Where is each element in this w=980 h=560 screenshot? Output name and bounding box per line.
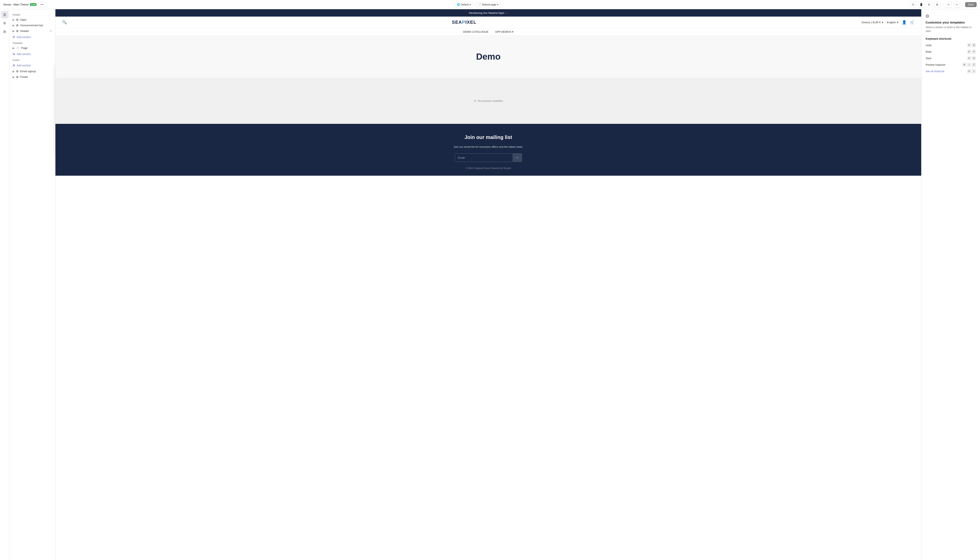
theme-chevron-icon: ▾ [470,3,471,6]
panel-item-footer[interactable]: ▶ ⊞ Footer [9,74,55,80]
kbd-slash: / [972,69,976,73]
search-nav-icon[interactable]: 🔍 [62,20,67,25]
language-chevron: ▾ [897,21,898,24]
email-icon: ⊞ [16,70,18,73]
page-expand-icon: ▶ [13,47,15,50]
page-chevron-icon: ▾ [497,3,498,6]
nav-demo-catalogue[interactable]: DEMO CATALOGUE [463,30,488,33]
sidebar-sections-button[interactable]: ☰ [1,11,8,18]
announcement-icon: ⊞ [16,24,18,27]
shortcut-undo-keys: ⌘ Z [967,43,976,47]
header-expand-icon: ▶ [13,30,15,33]
undo-button[interactable]: ↩ [945,2,952,8]
account-icon[interactable]: 👤 [902,20,907,25]
kbd-i: I [972,63,976,67]
topbar-center: 🌐 Default ▾ 📄 Default page ▾ [455,2,501,7]
topbar-separator [943,3,943,7]
shortcut-see-all-keys: ⌘ / [967,69,976,73]
store-nav-bar: 🔍 SEAPIXEL Greece | EUR € ▾ English ▾ 👤 … [55,17,921,28]
shortcuts-title: Keyboard shortcuts [926,37,976,40]
panel-item-apps[interactable]: ▶ ⊞ Apps [9,17,55,22]
preview-frame: Introducing Our Newest Apps → 🔍 SEAPIXEL… [55,9,921,560]
shortcut-see-all: See all shortcuts ⌘ / [926,69,976,73]
sidebar-settings-button[interactable]: ⚙ [1,19,8,27]
right-panel-subtitle: Select a section or block in the sidebar… [926,25,976,33]
cart-icon[interactable]: 🛒 [910,20,915,25]
footer-email-submit-button[interactable]: → [512,153,522,162]
nav-app-demos[interactable]: APP DEMOS [495,30,514,33]
page-icon: 📄 [16,47,20,50]
no-preview-area: ⊡ No preview available [55,78,921,124]
footer-section-label: Footer [9,57,55,62]
footer-add-section-button[interactable]: ⊕ Add section [9,62,55,68]
redo-button[interactable]: ↪ [953,2,960,8]
kbd-s: S [972,56,976,60]
topbar: Sense - Main Theme Live ••• 🌐 Default ▾ … [0,0,980,9]
devices-icon-button[interactable]: ⊡ [910,2,917,8]
footer-subtitle: Join our email list for exclusive offers… [453,145,523,148]
default-theme-button[interactable]: 🌐 Default ▾ [455,2,473,7]
kbd-cmd: ⌘ [962,63,967,67]
kbd-z: Z [972,43,976,47]
header-eye-icon[interactable]: 👁 [50,30,52,32]
announcement-text: Introducing Our Newest Apps → [469,11,508,15]
footer-item-label: Footer [20,75,28,78]
apps-label: Apps [20,18,27,21]
template-add-label: Add section [17,52,31,56]
locale-selector[interactable]: Greece | EUR € ▾ [862,21,883,24]
main-preview: Introducing Our Newest Apps → 🔍 SEAPIXEL… [55,9,921,560]
shortcut-save-label: Save [926,57,931,60]
default-page-button[interactable]: 📄 Default page ▾ [476,2,501,7]
right-panel: ⊙ Customize your templates Select a sect… [921,9,980,560]
page-doc-icon: 📄 [478,3,481,6]
tablet-icon-button[interactable]: ⊟ [926,2,932,8]
nav-right: Greece | EUR € ▾ English ▾ 👤 🛒 [862,20,915,25]
no-preview-icon: ⊡ [474,99,476,102]
panel-item-header[interactable]: ▶ ⊞ Header 👁 [9,28,55,34]
email-label: Email signup [20,70,36,73]
store-logo: SEAPIXEL [452,20,477,25]
footer-email-input[interactable] [455,153,512,162]
panel-item-page[interactable]: ▶ 📄 Page [9,45,55,51]
right-panel-title: Customize your templates [926,20,976,24]
right-panel-header: ⊙ Customize your templates Select a sect… [926,13,976,33]
footer-add-label: Add section [17,64,31,67]
shortcut-preview-keys: ⌘ ⇧ I [962,63,976,67]
locale-chevron: ▾ [882,21,883,24]
page-item-label: Page [21,47,28,50]
panel-item-email-signup[interactable]: ▶ ⊞ Email signup [9,68,55,74]
header-icon: ⊞ [16,29,18,33]
topbar-left: Sense - Main Theme Live ••• [3,2,45,8]
see-all-shortcuts-link[interactable]: See all shortcuts [926,70,944,73]
sidebar-apps-button[interactable]: ⊞ [1,28,8,35]
kbd-cmd: ⌘ [967,69,971,73]
main-layout: ☰ ⚙ ⊞ Header ▶ ⊞ Apps ▶ ⊞ Announcement b… [0,9,980,560]
shortcut-preview-inspector: Preview inspector ⌘ ⇧ I [926,63,976,67]
shortcut-redo-label: Redo [926,50,932,53]
save-button[interactable]: Save [965,2,977,7]
language-text: English [887,21,896,24]
header-add-section-button[interactable]: ⊕ Add section [9,34,55,40]
shortcut-undo: Undo ⌘ Z [926,43,976,47]
announcement-label: Announcement bar [20,24,43,27]
shortcut-redo: Redo ⌘ Y [926,50,976,54]
topbar-right: ⊡ 📱 ⊟ 🖥 ↩ ↪ Save [910,2,977,8]
kbd-cmd: ⌘ [967,43,971,47]
no-preview-message: ⊡ No preview available [474,99,503,102]
live-badge: Live [30,3,37,6]
store-footer: Join our mailing list Join our email lis… [55,124,921,176]
desktop-icon-button[interactable]: 🖥 [934,2,940,8]
customize-icon: ⊙ [926,13,976,18]
language-selector[interactable]: English ▾ [887,21,898,24]
footer-title: Join our mailing list [465,134,512,140]
shortcuts-section: Keyboard shortcuts Undo ⌘ Z Redo ⌘ Y Sav… [926,37,976,73]
template-add-icon: ⊕ [13,52,15,56]
header-add-label: Add section [17,35,31,38]
left-panel: Header ▶ ⊞ Apps ▶ ⊞ Announcement bar ▶ ⊞… [9,9,55,560]
mobile-icon-button[interactable]: 📱 [918,2,924,8]
template-add-section-button[interactable]: ⊕ Add section [9,51,55,57]
shortcut-save-keys: ⌘ S [967,56,976,60]
more-options-button[interactable]: ••• [38,2,45,8]
site-badge: Sense - Main Theme Live [3,3,37,6]
panel-item-announcement[interactable]: ▶ ⊞ Announcement bar [9,22,55,28]
